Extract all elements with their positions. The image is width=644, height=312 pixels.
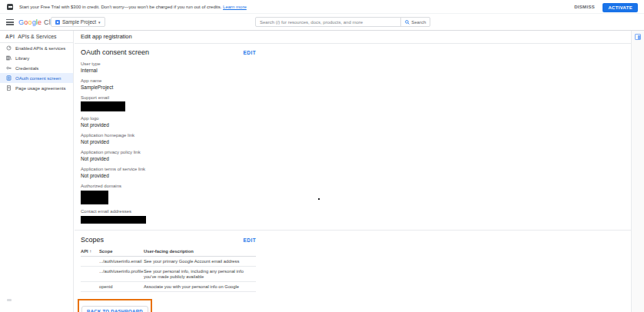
dashboard-icon (6, 45, 12, 51)
dismiss-button[interactable]: DISMISS (574, 5, 595, 9)
field-label: Application homepage link (81, 132, 631, 138)
scopes-section-title: Scopes (81, 236, 104, 244)
sidebar-item-enabled-apis[interactable]: Enabled APIs & services (0, 43, 73, 53)
learn-more-link[interactable]: Learn more (223, 5, 247, 9)
field-value: Not provided (81, 155, 631, 162)
field-privacy-policy-link: Application privacy policy link Not prov… (81, 149, 631, 162)
cell-description: See your primary Google Account email ad… (144, 257, 256, 267)
consent-icon (6, 75, 12, 81)
field-app-logo: App logo Not provided (81, 115, 631, 128)
oauth-section-title: OAuth consent screen (81, 48, 149, 57)
field-app-name: App name SampleProject (81, 78, 631, 91)
field-label: Application terms of service link (81, 166, 631, 172)
search-button[interactable]: Search (400, 18, 430, 26)
cell-description: See your personal info, including any pe… (144, 267, 256, 282)
scopes-table: API ↑ Scope User-facing description .../… (81, 247, 256, 292)
activate-button[interactable]: ACTIVATE (603, 3, 638, 12)
redacted-value (81, 101, 125, 111)
cell-scope: .../auth/userinfo.email (99, 257, 144, 267)
redacted-value (81, 216, 146, 224)
sidebar-item-label: OAuth consent screen (15, 76, 61, 81)
sidebar-item-label: Credentials (15, 66, 38, 71)
field-label: App logo (81, 115, 631, 121)
sidebar-item-page-usage-agreements[interactable]: Page usage agreements (0, 83, 73, 93)
section-divider (75, 230, 631, 231)
app-bar: Google Cloud Sample Project ▾ Search 1 ?… (0, 14, 644, 31)
field-label: Authorized domains (81, 183, 631, 189)
column-header-description: User-facing description (144, 247, 256, 257)
sidebar-header: API APIs & Services (0, 31, 73, 43)
sort-ascending-icon: ↑ (89, 249, 91, 254)
field-label: App name (81, 78, 631, 84)
screen-artifact (7, 299, 12, 301)
search-bar: Search (255, 17, 430, 27)
sidebar-item-label: Library (15, 56, 29, 61)
field-value: Not provided (81, 121, 631, 128)
main-content: Edit app registration OAuth consent scre… (75, 31, 631, 312)
chevron-down-icon: ▾ (98, 20, 101, 25)
redacted-value (81, 191, 108, 204)
field-label: Support email (81, 95, 631, 101)
field-terms-of-service-link: Application terms of service link Not pr… (81, 166, 631, 179)
field-homepage-link: Application homepage link Not provided (81, 132, 631, 145)
scopes-edit-link[interactable]: EDIT (244, 237, 256, 243)
sidebar: API APIs & Services Enabled APIs & servi… (0, 31, 74, 312)
scopes-table-header-row: API ↑ Scope User-facing description (81, 247, 256, 257)
credit-icon (7, 4, 13, 10)
cursor-dot (318, 198, 320, 200)
menu-icon[interactable] (6, 19, 14, 25)
field-value: SampleProject (81, 84, 631, 91)
agreements-icon (6, 85, 12, 91)
field-value: Not provided (81, 138, 631, 145)
cell-scope: .../auth/userinfo.profile (99, 267, 144, 282)
click-highlight-box: BACK TO DASHBOARD (78, 299, 152, 312)
field-value: Not provided (81, 172, 631, 179)
sidebar-item-library[interactable]: Library (0, 53, 73, 63)
table-row: openid Associate you with your personal … (81, 282, 256, 292)
side-panel-icon[interactable] (635, 34, 641, 40)
right-panel-strip (631, 31, 644, 312)
google-cloud-console: Start your Free Trial with $300 in credi… (0, 0, 644, 312)
cell-scope: openid (99, 282, 144, 292)
back-to-dashboard-button[interactable]: BACK TO DASHBOARD (81, 306, 148, 312)
oauth-section-header: OAuth consent screen EDIT (81, 48, 256, 57)
oauth-edit-link[interactable]: EDIT (244, 50, 256, 55)
project-name: Sample Project (62, 19, 96, 25)
cell-description: Associate you with your personal info on… (144, 282, 256, 292)
field-authorized-domains: Authorized domains (81, 183, 631, 204)
search-button-label: Search (411, 20, 426, 25)
banner-message: Start your Free Trial with $300 in credi… (19, 5, 221, 9)
column-header-api[interactable]: API ↑ (81, 247, 99, 257)
project-selector[interactable]: Sample Project ▾ (51, 17, 105, 27)
field-value: Internal (81, 67, 631, 74)
table-row: .../auth/userinfo.profile See your perso… (81, 267, 256, 282)
key-icon (6, 65, 12, 71)
cell-api (81, 282, 99, 292)
column-header-scope: Scope (99, 247, 144, 257)
sidebar-item-credentials[interactable]: Credentials (0, 63, 73, 73)
table-row: .../auth/userinfo.email See your primary… (81, 257, 256, 267)
api-logo: API (5, 34, 15, 39)
field-label: User type (81, 61, 631, 67)
banner-text: Start your Free Trial with $300 in credi… (19, 5, 247, 9)
search-input[interactable] (256, 18, 400, 26)
field-contact-emails: Contact email addresses (81, 208, 631, 224)
field-user-type: User type Internal (81, 61, 631, 74)
field-support-email: Support email (81, 95, 631, 111)
field-label: Application privacy policy link (81, 149, 631, 155)
search-icon (405, 20, 410, 25)
page-title: Edit app registration (75, 31, 631, 44)
free-trial-banner: Start your Free Trial with $300 in credi… (0, 0, 644, 14)
sidebar-title: APIs & Services (18, 34, 56, 39)
project-icon (55, 20, 60, 25)
sidebar-item-label: Enabled APIs & services (15, 46, 65, 51)
field-label: Contact email addresses (81, 208, 631, 214)
google-logo-word: Google (18, 18, 41, 26)
library-icon (6, 55, 12, 61)
sidebar-item-oauth-consent-screen[interactable]: OAuth consent screen (0, 73, 73, 83)
cell-api (81, 267, 99, 282)
scopes-section-header: Scopes EDIT (81, 236, 256, 244)
sidebar-item-label: Page usage agreements (15, 86, 65, 91)
cell-api (81, 257, 99, 267)
